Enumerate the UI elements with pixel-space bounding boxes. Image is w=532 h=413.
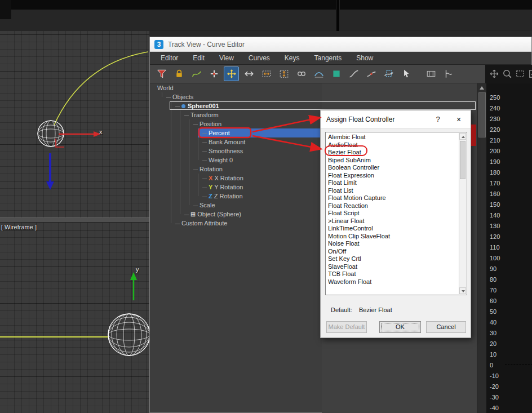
- ruler-value: 210: [490, 137, 500, 144]
- ruler-value: -10: [490, 372, 499, 379]
- viewport-splitter-line: [336, 0, 339, 31]
- ruler-value: 0: [490, 362, 493, 368]
- ruler-value: 180: [490, 169, 500, 176]
- scroll-up-icon[interactable]: [478, 85, 485, 91]
- controller-option-biped-subanim[interactable]: Biped SubAnim: [326, 157, 467, 165]
- sphere-node-icon: [181, 104, 185, 108]
- viewport-divider[interactable]: [0, 217, 149, 223]
- screen: [ Wireframe ] x y: [0, 0, 532, 413]
- viewport-bottom[interactable]: [0, 223, 149, 413]
- ruler-value: 30: [490, 330, 496, 336]
- top-corner-block: [0, 0, 11, 19]
- list-scroll-up-icon[interactable]: [459, 133, 466, 140]
- ruler-value: 140: [490, 212, 500, 219]
- dialog-titlebar[interactable]: Assign Float Controller ? ×: [321, 110, 471, 128]
- controller-option-audiofloat[interactable]: AudioFloat: [326, 141, 467, 149]
- controller-option-float-motion-capture[interactable]: Float Motion Capture: [326, 194, 467, 202]
- controller-list: Alembic FloatAudioFloatBezier FloatBiped…: [325, 132, 467, 295]
- ruler-value: 20: [490, 340, 496, 347]
- ruler-value: -30: [490, 394, 499, 401]
- ruler-value: 50: [490, 308, 496, 315]
- controller-option-waveform-float[interactable]: Waveform Float: [326, 278, 467, 286]
- ruler-value: 200: [490, 148, 500, 154]
- tree-item-objects[interactable]: Objects: [150, 92, 477, 101]
- tree-item-world[interactable]: World: [150, 83, 477, 92]
- ruler-value: 60: [490, 297, 496, 304]
- list-scroll-down-icon[interactable]: [459, 287, 466, 294]
- controller-option-noise-float[interactable]: Noise Float: [326, 240, 467, 248]
- ruler-value: -20: [490, 383, 499, 390]
- ruler-value: 150: [490, 201, 500, 208]
- dialog-title: Assign Float Controller: [326, 110, 394, 128]
- value-ruler: 2502402302202102001901801701601501401301…: [486, 83, 532, 413]
- scrollbar-thumb[interactable]: [478, 92, 486, 137]
- annotation-red-mark: [471, 125, 476, 146]
- ruler-value: 110: [490, 244, 500, 251]
- wireframe-label: [ Wireframe ]: [1, 224, 37, 230]
- ruler-value: 90: [490, 265, 496, 272]
- controller-option-on-off[interactable]: On/Off: [326, 248, 467, 256]
- ruler-value: 230: [490, 116, 500, 122]
- ruler-value: 160: [490, 190, 500, 197]
- ruler-value: 80: [490, 276, 496, 283]
- track-scrollbar[interactable]: [477, 83, 486, 413]
- controller-option-slavefloat[interactable]: SlaveFloat: [326, 263, 467, 271]
- controller-option-linear-float[interactable]: >Linear Float: [326, 217, 467, 225]
- viewport-top[interactable]: [0, 31, 149, 217]
- controller-option-float-list[interactable]: Float List: [326, 187, 467, 195]
- ruler-value: 70: [490, 287, 496, 294]
- controller-option-set-key-crtl[interactable]: Set Key Crtl: [326, 255, 467, 263]
- ruler-value: 240: [490, 105, 500, 112]
- assign-float-controller-dialog: Assign Float Controller ? × Alembic Floa…: [320, 110, 471, 338]
- y-axis-label: y: [136, 266, 139, 273]
- ruler-value: 170: [490, 180, 500, 186]
- ruler-value: 40: [490, 319, 496, 326]
- controller-option-float-expression[interactable]: Float Expression: [326, 172, 467, 180]
- ruler-value: 100: [490, 255, 500, 261]
- ruler-value: 190: [490, 158, 500, 165]
- zero-value-line: [505, 364, 532, 365]
- controller-option-boolean-controller[interactable]: Boolean Controller: [326, 164, 467, 172]
- ruler-value: 130: [490, 223, 500, 229]
- controller-option-tcb-float[interactable]: TCB Float: [326, 270, 467, 278]
- ruler-value: 120: [490, 233, 500, 240]
- controller-option-float-reaction[interactable]: Float Reaction: [326, 202, 467, 210]
- help-button[interactable]: ?: [432, 110, 444, 128]
- controller-option-bezier-float[interactable]: Bezier Float: [326, 149, 467, 157]
- controller-option-float-script[interactable]: Float Script: [326, 210, 467, 217]
- ruler-value: 10: [490, 351, 496, 358]
- top-black-bar-right: [340, 0, 532, 10]
- default-value: Bezier Float: [359, 307, 392, 313]
- ruler-value: -40: [490, 405, 499, 411]
- ruler-value: 250: [490, 94, 500, 101]
- cancel-button[interactable]: Cancel: [426, 321, 466, 333]
- default-label: Default:: [331, 307, 352, 313]
- list-scrollbar-thumb[interactable]: [460, 141, 466, 179]
- list-scrollbar[interactable]: [459, 133, 466, 294]
- make-default-button[interactable]: Make Default: [326, 321, 367, 333]
- controller-option-linktimecontrol[interactable]: LinkTimeControl: [326, 225, 467, 233]
- ruler-value: 220: [490, 126, 500, 133]
- controller-option-motion-clip-slavefloat[interactable]: Motion Clip SlaveFloat: [326, 233, 467, 241]
- ok-button[interactable]: OK: [379, 321, 421, 333]
- x-axis-label: x: [99, 128, 103, 135]
- close-icon[interactable]: ×: [453, 110, 465, 128]
- controller-option-alembic-float[interactable]: Alembic Float: [326, 134, 467, 141]
- tree-item-sphere001[interactable]: Sphere001: [150, 101, 477, 110]
- top-black-bar-left: [0, 0, 336, 10]
- top-header-strip: [0, 0, 532, 31]
- controller-option-float-limit[interactable]: Float Limit: [326, 179, 467, 187]
